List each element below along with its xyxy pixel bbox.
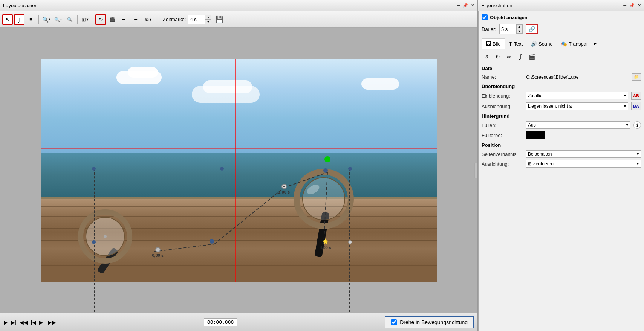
ausblendung-preview-btn[interactable]: BA — [631, 102, 641, 110]
zeitmarke-label: Zeitmarke: — [163, 17, 186, 22]
tab-sound-icon: 🔊 — [531, 41, 537, 47]
fast-forward-btn[interactable]: ▶▶ — [48, 319, 56, 325]
rotate-cw-icon[interactable]: ↻ — [493, 52, 503, 62]
file-browse-btn[interactable]: 📁 — [632, 73, 641, 81]
tab-transpar[interactable]: 🎭 Transpar — [557, 39, 592, 49]
green-control-dot[interactable] — [324, 156, 330, 162]
zoom-out-btn[interactable]: 🔍− — [53, 14, 63, 25]
rotate-checkbox-area[interactable]: Drehe in Bewegungsrichtung — [385, 316, 474, 328]
position-section-header: Position — [482, 142, 641, 148]
right-minimize-btn[interactable]: ─ — [623, 3, 626, 8]
name-label: Name: — [482, 74, 523, 80]
tab-bild-label: Bild — [493, 41, 501, 47]
tab-sound[interactable]: 🔊 Sound — [527, 39, 557, 49]
right-window-title: Eigenschaften — [481, 3, 623, 8]
keyframe-0s[interactable]: 0,00 s — [152, 247, 164, 258]
rewind-btn[interactable]: ◀◀ — [20, 319, 28, 325]
right-edge-handle[interactable]: │ — [474, 163, 477, 178]
magnifier-left[interactable] — [75, 206, 143, 275]
play-btn[interactable]: ▶ — [4, 319, 8, 325]
goto-start-btn[interactable]: |◀ — [31, 319, 37, 325]
tab-bild[interactable]: 🖼 Bild — [482, 38, 505, 49]
obj-anzeigen-label: Objekt anzeigen — [490, 15, 528, 20]
zeitmarke-up-btn[interactable]: ▲ — [205, 15, 211, 20]
pen-icon[interactable]: ✏ — [504, 52, 514, 62]
rotate-checkbox[interactable] — [391, 319, 397, 325]
hintergrund-section-header: Hintergrund — [482, 113, 641, 119]
kf-dot-mid1[interactable] — [210, 239, 214, 244]
zeitmarke-input[interactable] — [188, 16, 205, 23]
fuellen-row: Füllen: Aus Farbe Farbverlauf ℹ — [482, 121, 641, 129]
einblendung-select[interactable]: Zufällig Keine Einblenden — [526, 92, 628, 99]
keyframe-2s[interactable]: − 2,00 s — [278, 184, 290, 194]
left-minimize-btn[interactable]: ─ — [457, 3, 460, 8]
tab-more-btn[interactable]: ▶ — [592, 39, 598, 48]
zoom-fit-btn[interactable]: 🔍 — [64, 14, 75, 25]
name-row: Name: C:\Screencast\Bilder\Lupe 📁 — [482, 73, 641, 81]
motion-path-btn[interactable]: ∿ — [95, 14, 106, 25]
keyframe-4s[interactable]: ⭐ 4,00 s — [320, 238, 332, 250]
name-value: C:\Screencast\Bilder\Lupe — [526, 75, 629, 80]
time-display: 00:00.000 — [204, 318, 237, 326]
goto-end-btn[interactable]: ▶| — [39, 319, 45, 325]
einblendung-preview-btn[interactable]: AB — [631, 92, 641, 100]
lines-btn[interactable]: ≡ — [26, 14, 36, 25]
rotate-ccw-icon[interactable]: ↺ — [482, 52, 491, 62]
left-pin-btn[interactable]: 📌 — [463, 3, 468, 8]
pen-curve-btn[interactable]: ∫ — [14, 14, 24, 25]
curve-icon[interactable]: ∫ — [516, 52, 525, 62]
seitenverhaeltnis-select[interactable]: Beibehalten Frei — [526, 150, 641, 158]
right-pin-btn[interactable]: 📌 — [629, 3, 635, 8]
fuellfarbe-label: Füllfarbe: — [482, 133, 523, 138]
link-btn[interactable]: 🔗 — [526, 24, 538, 34]
right-close-btn[interactable]: ✕ — [638, 3, 641, 8]
tab-text[interactable]: T Text — [505, 38, 527, 49]
dauer-input[interactable] — [500, 26, 516, 33]
kf-dot-mid2[interactable] — [323, 168, 328, 173]
obj-anzeigen-checkbox[interactable] — [482, 14, 488, 20]
ausblendung-label: Ausblendung: — [482, 104, 523, 109]
left-window-title: Layoutdesigner — [3, 3, 457, 8]
fuellen-info-btn[interactable]: ℹ — [633, 121, 641, 129]
tab-text-icon: T — [509, 41, 512, 47]
zeitmarke-down-btn[interactable]: ▼ — [205, 20, 211, 24]
ausrichtung-select[interactable]: ⊞ Zentrieren Links oben Rechts unten — [526, 160, 641, 168]
add-btn[interactable]: + — [119, 14, 129, 25]
tab-bild-icon: 🖼 — [486, 41, 491, 47]
copy-dropdown-btn[interactable]: ⧉▼ — [142, 14, 156, 25]
save-btn[interactable]: 💾 — [214, 14, 225, 25]
ausrichtung-row: Ausrichtung: ⊞ Zentrieren Links oben Rec… — [482, 160, 641, 168]
ausrichtung-label: Ausrichtung: — [482, 161, 523, 167]
tabs-row: 🖼 Bild T Text 🔊 Sound 🎭 Transpar — [482, 38, 641, 49]
tab-text-label: Text — [514, 41, 523, 47]
fuellen-select[interactable]: Aus Farbe Farbverlauf — [526, 121, 630, 129]
zoom-in-btn[interactable]: 🔍+ — [41, 14, 52, 25]
video-add-btn[interactable]: 🎬 — [107, 14, 118, 25]
left-close-btn[interactable]: ✕ — [471, 3, 474, 8]
obj-anzeigen-row: Objekt anzeigen — [482, 14, 641, 20]
handle-dot-ml[interactable] — [92, 240, 96, 244]
icons-row: ↺ ↻ ✏ ∫ 🎬 — [482, 52, 641, 62]
handle-dot-tl[interactable] — [92, 167, 96, 171]
tab-transpar-label: Transpar — [569, 41, 588, 47]
video-icon[interactable]: 🎬 — [527, 52, 537, 62]
step-forward-btn[interactable]: ▶| — [11, 319, 17, 325]
cursor-tool-btn[interactable]: ↖ — [2, 14, 13, 25]
ausblendung-row: Ausblendung: Liegen lassen, nicht a Ausb… — [482, 102, 641, 110]
datei-section-header: Datei — [482, 66, 641, 71]
dauer-down-btn[interactable]: ▼ — [516, 29, 522, 34]
dauer-up-btn[interactable]: ▲ — [516, 24, 522, 29]
seitenverhaeltnis-label: Seitenverhältnis: — [482, 151, 523, 157]
handle-dot-tr[interactable] — [348, 167, 352, 171]
dauer-label: Dauer: — [482, 26, 496, 32]
handle-dot-tc[interactable] — [220, 167, 224, 171]
remove-btn[interactable]: − — [130, 14, 141, 25]
fuellen-label: Füllen: — [482, 122, 523, 128]
seitenverhaeltnis-row: Seitenverhältnis: Beibehalten Frei — [482, 150, 641, 158]
fuellfarbe-swatch[interactable] — [526, 131, 545, 139]
ausblendung-select[interactable]: Liegen lassen, nicht a Ausblenden Keine — [526, 102, 628, 110]
handle-dot-mr[interactable] — [348, 240, 352, 244]
svg-point-3 — [104, 235, 107, 238]
grid-btn[interactable]: ⊞▼ — [80, 14, 90, 25]
tab-transpar-icon: 🎭 — [561, 41, 567, 47]
